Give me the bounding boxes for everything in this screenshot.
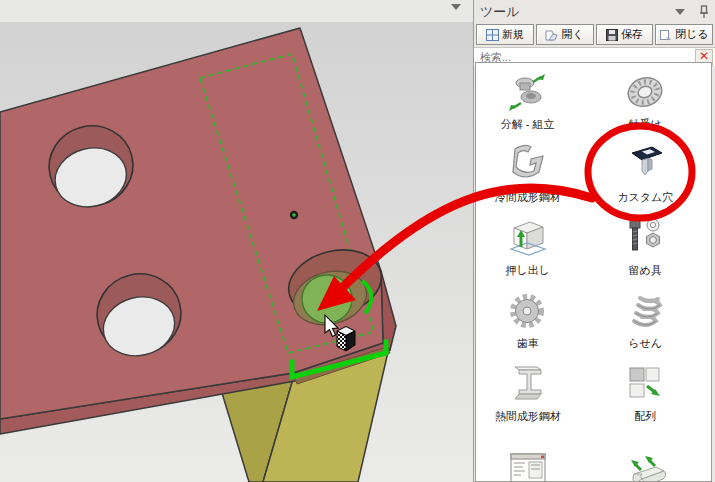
highlighted-hole-face xyxy=(302,275,352,323)
tool-label: 分解 - 組立 xyxy=(501,117,555,132)
tool-gallery: 分解 - 組立 軸受け 冷間成形鋼材 xyxy=(475,62,712,482)
hot-formed-steel-icon xyxy=(505,360,551,406)
drag-icon xyxy=(337,327,355,352)
panel-title: ツール xyxy=(480,3,520,21)
new-icon xyxy=(486,29,499,41)
close-icon xyxy=(659,29,672,41)
gear-icon xyxy=(505,289,551,333)
save-button[interactable]: 保存 xyxy=(596,24,654,45)
chevron-down-icon[interactable] xyxy=(675,9,685,15)
viewport-toolbar-strip xyxy=(0,0,473,23)
tool-cold-formed-steel[interactable]: 冷間成形鋼材 xyxy=(476,138,579,211)
tool-gear[interactable]: 歯車 xyxy=(476,284,579,357)
tool-fastener[interactable]: 留め具 xyxy=(579,211,711,284)
helix-icon xyxy=(622,289,668,333)
tool-explode-assembly[interactable]: 分解 - 組立 xyxy=(476,65,579,138)
tool-label: 冷間成形鋼材 xyxy=(495,190,561,205)
pattern-icon xyxy=(622,362,668,406)
dialog-window-icon xyxy=(505,450,551,482)
pin-icon[interactable] xyxy=(699,5,709,19)
bearing-icon xyxy=(622,70,668,114)
chevron-down-icon[interactable] xyxy=(451,4,461,10)
tool-label: 留め具 xyxy=(629,263,662,278)
tool-custom-hole[interactable]: カスタム穴 xyxy=(579,138,711,211)
custom-hole-icon xyxy=(622,141,668,187)
work-point[interactable] xyxy=(290,211,298,219)
tool-label: 押し出し xyxy=(505,263,550,278)
tools-panel: ツール 新規 開く xyxy=(473,0,715,482)
cold-formed-steel-icon xyxy=(505,141,551,187)
tool-label: 歯車 xyxy=(517,336,539,351)
panel-titlebar[interactable]: ツール xyxy=(474,0,715,23)
tool-extrude[interactable]: 押し出し xyxy=(476,211,579,284)
tool-dialog-window[interactable] xyxy=(476,430,579,482)
tool-label: 軸受け xyxy=(629,117,662,132)
tool-pattern[interactable]: 配列 xyxy=(579,357,711,430)
tool-helix[interactable]: らせん xyxy=(579,284,711,357)
close-button[interactable]: 閉じる xyxy=(655,24,713,45)
beam-arrows-icon xyxy=(622,450,668,482)
tool-label: カスタム穴 xyxy=(617,190,673,205)
explode-assembly-icon xyxy=(505,70,551,114)
extrude-icon xyxy=(505,216,551,260)
tool-label: 配列 xyxy=(634,409,656,424)
fastener-icon xyxy=(622,216,668,260)
panel-button-row: 新規 開く 保存 閉じる xyxy=(474,23,715,47)
3d-scene[interactable] xyxy=(0,22,473,482)
new-button[interactable]: 新規 xyxy=(476,24,534,45)
save-icon xyxy=(606,29,618,41)
tool-bearing[interactable]: 軸受け xyxy=(579,65,711,138)
tool-label: らせん xyxy=(628,336,662,351)
open-button[interactable]: 開く xyxy=(536,24,594,45)
tool-hot-formed-steel[interactable]: 熱間成形鋼材 xyxy=(476,357,579,430)
tool-label: 熱間成形鋼材 xyxy=(495,409,561,424)
viewport[interactable] xyxy=(0,0,473,482)
tool-beam-arrows[interactable] xyxy=(579,430,711,482)
open-icon xyxy=(545,29,558,41)
